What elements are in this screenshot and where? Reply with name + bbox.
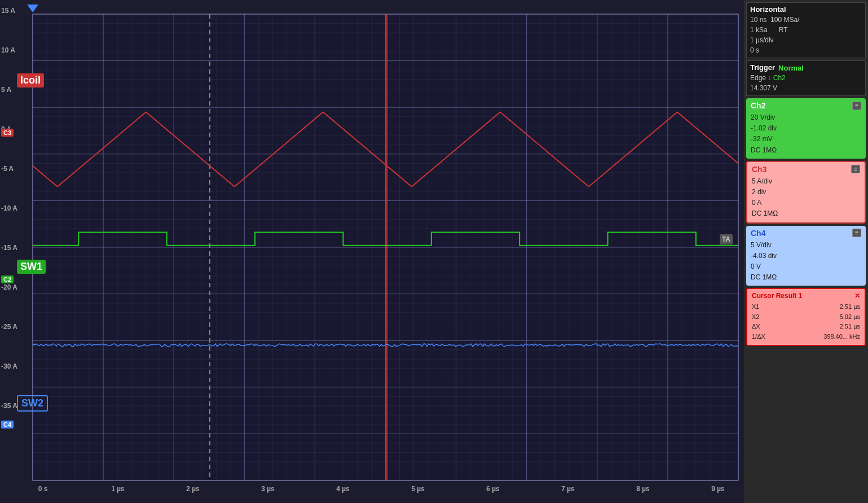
ch4-panel[interactable]: Ch4 ≡ 5 V/div -4.03 div 0 V DC 1MΩ — [746, 226, 866, 286]
horizontal-panel: Horizontal 10 ns 100 MSa/ 1 kSa RT 1 µs/… — [746, 2, 866, 58]
ch2-body: 20 V/div -1.02 div -32 mV DC 1MΩ — [751, 112, 861, 156]
ch2-offsetv: -32 mV — [751, 134, 861, 145]
ch3-adiv: 5 A/div — [752, 176, 860, 187]
ch4-vdiv: 5 V/div — [751, 240, 861, 251]
ch4-title: Ch4 ≡ — [751, 229, 861, 238]
c3-ref: C3 — [1, 129, 14, 137]
y-label-n25: -25 A — [1, 323, 17, 331]
y-label-15: 15 A — [1, 7, 15, 15]
oscilloscope-screen: TA 15 A 10 A 5 A 0 A -5 A -10 A -15 A -2… — [0, 0, 744, 503]
y-label-n35: -35 A — [1, 402, 17, 410]
x-label-4us: 4 µs — [336, 485, 350, 493]
ta-label: TA — [720, 234, 733, 244]
sw2-label: SW2 — [17, 395, 48, 412]
trigger-panel: Trigger Normal Edge ↓ Ch2 14.307 V — [746, 60, 866, 96]
ch4-divoffset: -4.03 div — [751, 251, 861, 261]
ch2-divoffset: -1.02 div — [751, 123, 861, 134]
ch3-body: 5 A/div 2 div 0 A DC 1MΩ — [752, 176, 860, 220]
ch2-btn[interactable]: ≡ — [852, 102, 861, 110]
horizontal-us-div: 1 µs/div — [750, 35, 862, 45]
ch2-title: Ch2 ≡ — [751, 101, 861, 110]
ch4-coupling: DC 1MΩ — [751, 272, 861, 283]
cursor-result-title: Cursor Result 1 ✕ — [752, 292, 860, 300]
sw1-label: SW1 — [17, 260, 46, 274]
x-label-2us: 2 µs — [186, 485, 200, 493]
icoil-label: Icoil — [17, 73, 44, 88]
y-label-n30: -30 A — [1, 362, 17, 370]
horizontal-title: Horizontal — [750, 5, 862, 14]
right-panel: Horizontal 10 ns 100 MSa/ 1 kSa RT 1 µs/… — [744, 0, 868, 503]
c4-ref: C4 — [1, 421, 14, 428]
horizontal-time: 10 ns 100 MSa/ — [750, 15, 862, 25]
ch4-body: 5 V/div -4.03 div 0 V DC 1MΩ — [751, 240, 861, 283]
ch2-vdiv: 20 V/div — [751, 112, 861, 123]
cursor-result-close[interactable]: ✕ — [854, 292, 860, 300]
c2-ref: C2 — [1, 275, 14, 283]
ch2-coupling: DC 1MΩ — [751, 145, 861, 156]
ch4-btn[interactable]: ≡ — [852, 229, 861, 237]
y-label-n5: -5 A — [1, 165, 14, 173]
ch3-coupling: DC 1MΩ — [752, 208, 860, 219]
cursor-dx-row: ΔX2.51 µs — [752, 322, 860, 332]
trigger-marker — [27, 5, 38, 12]
ch3-title: Ch3 ≡ — [752, 165, 860, 174]
x-label-8us: 8 µs — [636, 485, 650, 493]
y-label-n10: -10 A — [1, 204, 17, 212]
horizontal-offset: 0 s — [750, 45, 862, 55]
cursor-inv-dx-row: 1/ΔX398.40... kHz — [752, 332, 860, 342]
y-label-10: 10 A — [1, 46, 15, 54]
signal-layer — [0, 0, 744, 503]
horizontal-ksa: 1 kSa RT — [750, 25, 862, 35]
ch2-panel[interactable]: Ch2 ≡ 20 V/div -1.02 div -32 mV DC 1MΩ — [746, 98, 866, 159]
x-label-3us: 3 µs — [261, 485, 275, 493]
x-label-1us: 1 µs — [111, 485, 125, 493]
ch3-btn[interactable]: ≡ — [851, 165, 860, 173]
y-label-n15: -15 A — [1, 244, 17, 252]
trigger-title: Trigger — [750, 63, 775, 72]
y-label-n20: -20 A — [1, 283, 17, 291]
x-label-6us: 6 µs — [486, 485, 500, 493]
trigger-level: 14.307 V — [750, 83, 862, 93]
ch4-offsetv: 0 V — [751, 261, 861, 272]
cursor-x2-row: X25.02 µs — [752, 312, 860, 322]
cursor-x1-row: X12.51 µs — [752, 302, 860, 312]
x-label-7us: 7 µs — [561, 485, 575, 493]
ch3-div: 2 div — [752, 187, 860, 198]
y-label-5: 5 A — [1, 86, 11, 94]
ch3-panel[interactable]: Ch3 ≡ 5 A/div 2 div 0 A DC 1MΩ — [746, 161, 866, 224]
ch3-offset: 0 A — [752, 198, 860, 208]
x-label-5us: 5 µs — [411, 485, 425, 493]
cursor-result-panel: Cursor Result 1 ✕ X12.51 µs X25.02 µs ΔX… — [746, 288, 866, 345]
trigger-mode: Normal — [778, 64, 804, 72]
x-label-9us: 9 µs — [711, 485, 725, 493]
x-label-0: 0 s — [38, 485, 48, 493]
trigger-type: Edge ↓ Ch2 — [750, 73, 862, 83]
